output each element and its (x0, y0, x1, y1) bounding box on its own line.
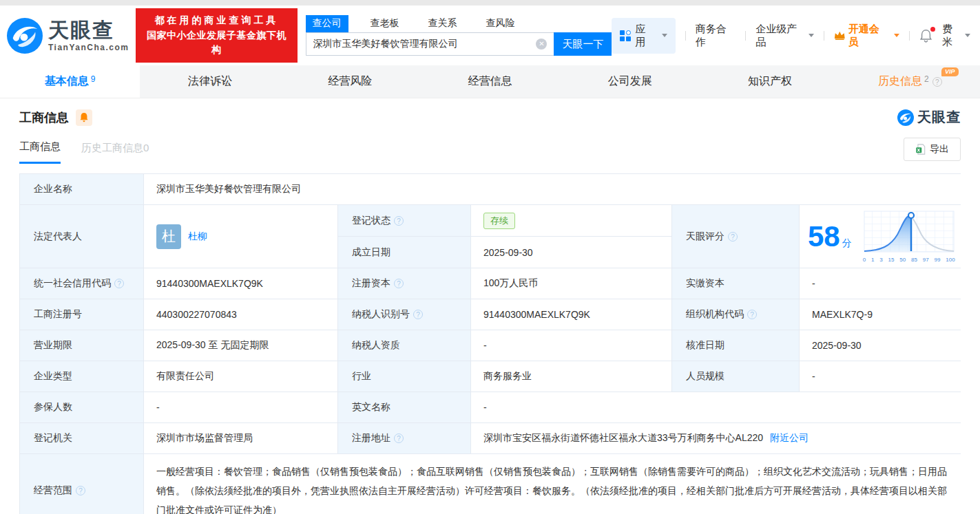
top-strip (0, 0, 980, 6)
company-nav-tabs: 基本信息 9 法律诉讼 经营风险 经营信息 公司发展 知识产权 VIP 历史信息… (0, 65, 980, 98)
field-label-business-term: 营业期限 (20, 330, 143, 361)
chevron-down-icon (662, 34, 667, 37)
field-value-taxpayer-id: 91440300MAEXLK7Q9K (471, 299, 671, 330)
tab-operation-risk[interactable]: 经营风险 (280, 65, 420, 98)
subscribe-bell-button[interactable] (76, 109, 92, 126)
tab-intellectual-property[interactable]: 知识产权 (700, 65, 840, 98)
enterprise-products-menu[interactable]: 企业级产品 (755, 23, 814, 49)
vip-upgrade-label: 开通会员 (848, 23, 888, 49)
export-button[interactable]: 导出 (904, 138, 961, 161)
tianyancha-logo[interactable]: 天眼查 TianYanCha.com (7, 18, 129, 54)
subtab-business-info[interactable]: 工商信息 (19, 140, 61, 164)
field-label-reg-address: 注册地址 (338, 423, 470, 453)
tab-label: 经营风险 (328, 74, 372, 89)
field-label-reg-authority: 登记机关 (20, 423, 143, 453)
field-value-industry: 商务服务业 (471, 361, 671, 392)
tab-history-info[interactable]: VIP 历史信息 2 (840, 65, 980, 98)
score-axis-labels: 0131550859799100 (863, 257, 955, 263)
status-badge: 存续 (483, 213, 515, 229)
field-label-reg-number: 工商注册号 (20, 299, 143, 330)
chevron-down-icon (809, 34, 814, 37)
help-icon[interactable] (394, 216, 404, 226)
tab-label: 历史信息 (878, 74, 922, 89)
divider (745, 31, 746, 41)
chevron-down-icon (965, 34, 970, 37)
main-content: 工商信息 天眼查 工商信息 历史工商信息0 导出 (0, 98, 980, 514)
search-tab-company[interactable]: 查公司 (306, 15, 348, 32)
field-label-reg-status: 登记状态 (338, 205, 470, 236)
field-value-tianyan-score[interactable]: 58 分 (800, 205, 962, 268)
subtab-bar: 工商信息 历史工商信息0 导出 (19, 138, 961, 167)
help-icon[interactable] (114, 279, 124, 288)
vip-upgrade-menu[interactable]: 开通会员 (834, 23, 899, 49)
legal-rep-link[interactable]: 杜柳 (188, 231, 207, 243)
score-value: 58 (808, 222, 840, 251)
slogan-line2: 国家中小企业发展子基金旗下机构 (143, 28, 290, 58)
help-icon[interactable] (394, 433, 404, 443)
help-icon[interactable] (394, 279, 404, 288)
chevron-down-icon (894, 34, 899, 37)
field-value-establish-date: 2025-09-30 (471, 237, 671, 268)
enterprise-products-label: 企业级产品 (755, 23, 806, 49)
cooperation-link[interactable]: 商务合作 (696, 23, 736, 49)
search-input[interactable] (306, 32, 554, 56)
user-menu[interactable]: 费米 (942, 23, 970, 49)
field-label-taxpayer-id: 纳税人识别号 (338, 299, 470, 330)
field-label-taxpayer-quality: 纳税人资质 (338, 330, 470, 361)
search-tab-risk[interactable]: 查风险 (479, 15, 522, 32)
field-value-taxpayer-quality: - (471, 330, 671, 361)
tianyancha-watermark-icon (897, 109, 914, 126)
username: 费米 (942, 23, 962, 49)
search-tab-boss[interactable]: 查老板 (364, 15, 406, 32)
field-value-insured-count: - (144, 392, 337, 422)
nearby-companies-link[interactable]: 附近公司 (770, 432, 809, 445)
watermark-logo: 天眼查 (897, 108, 961, 127)
field-label-legal-rep: 法定代表人 (20, 205, 143, 268)
notification-dot (930, 27, 935, 32)
page-header: 天眼查 TianYanCha.com 都在用的商业查询工具 国家中小企业发展子基… (0, 6, 980, 65)
field-value-reg-number: 440300227070843 (144, 299, 337, 330)
tab-count: 9 (91, 74, 96, 84)
section-header: 工商信息 天眼查 (19, 108, 961, 127)
help-icon[interactable] (728, 232, 738, 242)
field-label-insured-count: 参保人数 (20, 392, 143, 422)
help-icon[interactable] (747, 310, 757, 319)
apps-menu[interactable]: 应用 (612, 18, 675, 54)
legal-rep-avatar[interactable]: 杜 (156, 224, 181, 249)
tab-label: 基本信息 (45, 74, 89, 89)
tab-basic-info[interactable]: 基本信息 9 (0, 65, 140, 98)
help-icon[interactable] (932, 77, 942, 87)
field-label-company-name: 企业名称 (20, 174, 143, 204)
help-icon[interactable] (413, 310, 423, 319)
subtab-history-business-info[interactable]: 历史工商信息0 (81, 142, 149, 163)
field-value-approval-date: 2025-09-30 (800, 330, 962, 361)
field-label-company-type: 企业类型 (20, 361, 143, 392)
field-label-english-name: 英文名称 (338, 392, 470, 422)
slogan-line1: 都在用的商业查询工具 (143, 13, 290, 28)
export-label: 导出 (930, 143, 949, 156)
field-label-credit-code: 统一社会信用代码 (20, 268, 143, 299)
notifications-button[interactable] (919, 29, 932, 43)
search-button[interactable]: 天眼一下 (554, 32, 612, 56)
field-value-paid-capital: - (800, 268, 962, 299)
brand-name: 天眼查 (48, 20, 129, 41)
field-value-reg-address: 深圳市宝安区福永街道怀德社区福永大道33号万利商务中心AL220 附近公司 (471, 423, 962, 453)
help-icon[interactable] (76, 486, 85, 495)
tab-label: 法律诉讼 (188, 74, 232, 89)
apps-label: 应用 (635, 23, 654, 49)
divider (909, 31, 910, 41)
slogan-banner: 都在用的商业查询工具 国家中小企业发展子基金旗下机构 (136, 8, 297, 63)
field-value-english-name: - (471, 392, 962, 422)
crown-icon (834, 30, 846, 41)
search-tab-relation[interactable]: 查关系 (421, 15, 464, 32)
tab-company-development[interactable]: 公司发展 (560, 65, 700, 98)
tab-legal-litigation[interactable]: 法律诉讼 (140, 65, 280, 98)
tab-label: 公司发展 (608, 74, 652, 89)
tab-operation-info[interactable]: 经营信息 (420, 65, 560, 98)
section-title: 工商信息 (19, 109, 69, 126)
field-value-org-code: MAEXLK7Q-9 (800, 299, 962, 330)
field-value-reg-status: 存续 (471, 205, 671, 236)
field-value-business-term: 2025-09-30 至 无固定期限 (144, 330, 337, 361)
field-value-company-type: 有限责任公司 (144, 361, 337, 392)
brand-domain: TianYanCha.com (48, 43, 129, 52)
